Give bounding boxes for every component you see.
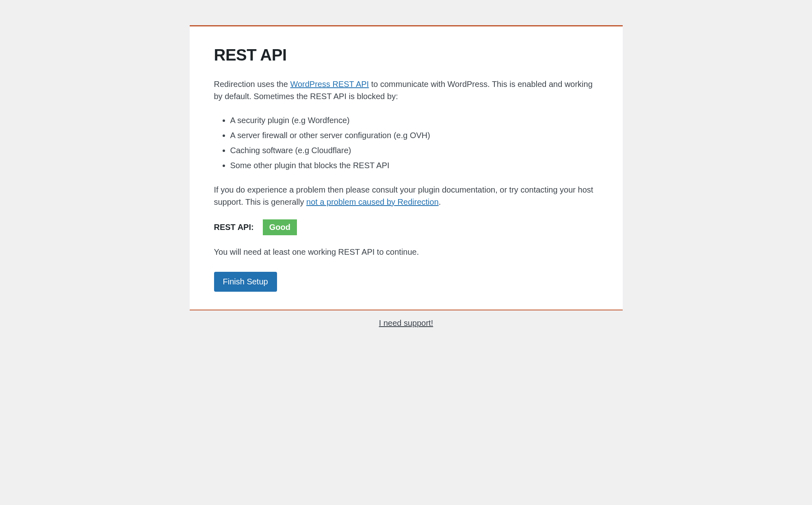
problem-paragraph: If you do experience a problem then plea…	[214, 184, 598, 208]
page-title: REST API	[214, 46, 598, 64]
support-link[interactable]: I need support!	[379, 319, 433, 327]
problem-text-after: .	[439, 197, 441, 206]
status-row: REST API: Good	[214, 219, 598, 235]
not-redirection-problem-link[interactable]: not a problem caused by Redirection	[306, 197, 439, 206]
blockers-list: A security plugin (e.g Wordfence) A serv…	[214, 113, 598, 173]
list-item: Caching software (e.g Cloudflare)	[230, 143, 598, 158]
wordpress-rest-api-link[interactable]: WordPress REST API	[290, 80, 369, 89]
intro-paragraph: Redirection uses the WordPress REST API …	[214, 78, 598, 102]
list-item: A server firewall or other server config…	[230, 128, 598, 143]
status-badge: Good	[263, 219, 297, 235]
finish-setup-button[interactable]: Finish Setup	[214, 272, 277, 292]
setup-card: REST API Redirection uses the WordPress …	[190, 25, 623, 310]
status-label: REST API:	[214, 223, 254, 232]
list-item: Some other plugin that blocks the REST A…	[230, 158, 598, 173]
continue-text: You will need at least one working REST …	[214, 246, 598, 258]
support-link-row: I need support!	[190, 319, 623, 328]
list-item: A security plugin (e.g Wordfence)	[230, 113, 598, 128]
intro-text-before: Redirection uses the	[214, 80, 290, 89]
